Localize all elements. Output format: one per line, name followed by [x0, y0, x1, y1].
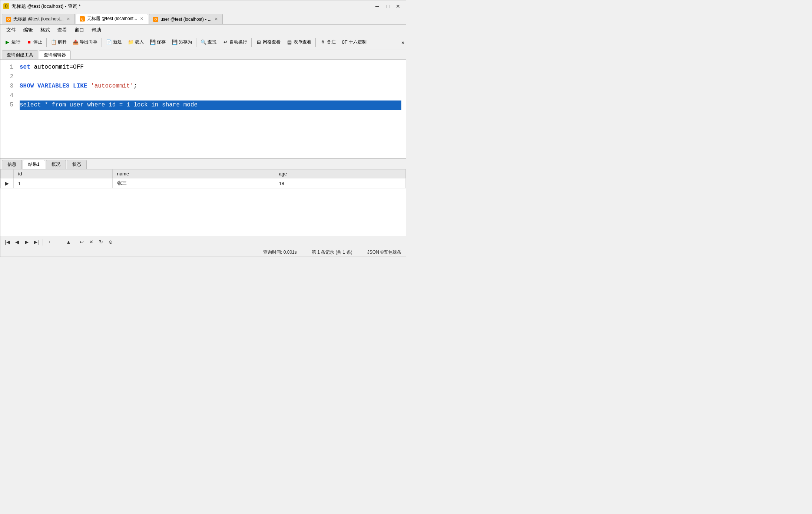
tab-2-label: 无标题 @test (localhost... — [87, 16, 137, 22]
code-line-2 — [20, 72, 401, 82]
save-button[interactable]: 💾 保存 — [147, 37, 168, 48]
autowrap-label: 自动换行 — [229, 39, 247, 45]
result-table: id name age ▶ 1 张三 18 — [0, 169, 406, 188]
tab-bar: Q 无标题 @test (localhost... ✕ Q 无标题 @test … — [0, 12, 406, 25]
main-window: 🗒 无标题 @test (localhost) - 查询 * ─ □ ✕ Q 无… — [0, 0, 406, 257]
autowrap-button[interactable]: ↵ 自动换行 — [220, 37, 250, 48]
more-button[interactable]: » — [401, 39, 404, 45]
sep-4 — [251, 38, 252, 47]
result-tab-result1[interactable]: 结果1 — [23, 160, 45, 169]
load-icon: 📁 — [128, 39, 134, 45]
gridview-button[interactable]: ⊞ 网格查看 — [253, 37, 283, 48]
delete-row-button[interactable]: − — [55, 238, 63, 246]
sep-1 — [46, 38, 47, 47]
result-tab-overview-label: 概况 — [52, 161, 60, 168]
formview-button[interactable]: ▤ 表单查看 — [284, 37, 314, 48]
result-tab-info[interactable]: 信息 — [2, 160, 22, 169]
col-id-header[interactable]: id — [14, 169, 113, 178]
load-label: 载入 — [135, 39, 144, 45]
menu-file[interactable]: 文件 — [3, 26, 19, 34]
col-age-header[interactable]: age — [274, 169, 406, 178]
watermark: JSON ©五包辣条 — [367, 249, 401, 256]
comment-button[interactable]: # 备注 — [317, 37, 338, 48]
tab-3[interactable]: Q user @test (localhost) - ... ✕ — [149, 14, 223, 24]
tab-1-close[interactable]: ✕ — [66, 16, 71, 22]
formview-icon: ▤ — [286, 39, 292, 45]
bottom-sep-2 — [75, 239, 75, 246]
new-label: 新建 — [113, 39, 122, 45]
subtab-query-editor[interactable]: 查询编辑器 — [39, 50, 71, 59]
gridview-icon: ⊞ — [256, 39, 262, 45]
editor-area[interactable]: 1 2 3 4 5 set autocommit=OFF SHOW VARIAB… — [0, 60, 406, 158]
export-icon: 📤 — [73, 39, 79, 45]
close-button[interactable]: ✕ — [393, 2, 403, 10]
new-button[interactable]: 📄 新建 — [103, 37, 125, 48]
stop-icon: ■ — [26, 39, 32, 45]
row-1-age: 18 — [274, 178, 406, 188]
comment-icon: # — [320, 39, 326, 45]
stop-button[interactable]: ■ 停止 — [24, 37, 45, 48]
nav-first-button[interactable]: |◀ — [3, 238, 11, 246]
menu-window[interactable]: 窗口 — [72, 26, 87, 34]
title-bar: 🗒 无标题 @test (localhost) - 查询 * ─ □ ✕ — [0, 0, 406, 12]
undo-button[interactable]: ↩ — [77, 238, 86, 246]
table-row[interactable]: ▶ 1 张三 18 — [1, 178, 406, 188]
result-tab-status[interactable]: 状态 — [67, 160, 87, 169]
tab-2-icon: Q — [80, 16, 85, 22]
status-bar: 查询时间: 0.001s 第 1 条记录 (共 1 条) JSON ©五包辣条 — [0, 248, 406, 257]
menu-view[interactable]: 查看 — [54, 26, 70, 34]
export-label: 导出向导 — [80, 39, 97, 45]
explain-button[interactable]: 📋 解释 — [48, 37, 69, 48]
tab-3-label: user @test (localhost) - ... — [160, 17, 212, 22]
add-row-button[interactable]: + — [45, 238, 53, 246]
subtab-query-builder[interactable]: 查询创建工具 — [2, 50, 38, 59]
record-count: 第 1 条记录 (共 1 条) — [312, 249, 352, 256]
export-button[interactable]: 📤 导出向导 — [70, 37, 100, 48]
hex-label: 十六进制 — [349, 39, 367, 45]
stop-label: 停止 — [33, 39, 42, 45]
row-1-id: 1 — [14, 178, 113, 188]
saveas-label: 另存为 — [179, 39, 192, 45]
subtab-query-editor-label: 查询编辑器 — [44, 52, 66, 58]
title-bar-text: 无标题 @test (localhost) - 查询 * — [11, 3, 372, 10]
code-editor[interactable]: set autocommit=OFF SHOW VARIABLES LIKE '… — [15, 60, 406, 158]
minimize-button[interactable]: ─ — [372, 2, 382, 10]
toolbar: ▶ 运行 ■ 停止 📋 解释 📤 导出向导 📄 新建 📁 载入 💾 保存 — [0, 35, 406, 49]
duplicate-row-button[interactable]: ▲ — [64, 238, 73, 246]
tab-2-close[interactable]: ✕ — [139, 16, 144, 22]
tab-3-icon: Q — [153, 17, 158, 22]
saveas-button[interactable]: 💾 另存为 — [169, 37, 195, 48]
menu-help[interactable]: 帮助 — [89, 26, 104, 34]
discard-button[interactable]: ✕ — [87, 238, 95, 246]
menu-edit[interactable]: 编辑 — [20, 26, 36, 34]
title-bar-controls: ─ □ ✕ — [372, 2, 403, 10]
nav-next-button[interactable]: ▶ — [23, 238, 31, 246]
maximize-button[interactable]: □ — [383, 2, 392, 10]
tab-2[interactable]: Q 无标题 @test (localhost... ✕ — [76, 14, 149, 24]
col-indicator-header — [1, 169, 14, 178]
sep-2 — [102, 38, 102, 47]
load-button[interactable]: 📁 载入 — [125, 37, 146, 48]
info-button[interactable]: ⊙ — [106, 238, 115, 246]
result-tab-overview[interactable]: 概况 — [46, 160, 66, 169]
tab-1[interactable]: Q 无标题 @test (localhost... ✕ — [2, 14, 75, 24]
code-line-5: select * from user where id = 1 lock in … — [20, 101, 401, 110]
save-icon: 💾 — [150, 39, 156, 45]
menu-format[interactable]: 格式 — [37, 26, 53, 34]
app-icon: 🗒 — [3, 3, 9, 9]
tab-3-close[interactable]: ✕ — [214, 16, 219, 22]
run-button[interactable]: ▶ 运行 — [2, 37, 23, 48]
bottom-toolbar: |◀ ◀ ▶ ▶| + − ▲ ↩ ✕ ↻ ⊙ — [0, 236, 406, 248]
sep-5 — [315, 38, 316, 47]
refresh-button[interactable]: ↻ — [97, 238, 105, 246]
query-time: 查询时间: 0.001s — [263, 249, 297, 256]
results-area: 信息 结果1 概况 状态 id name age — [0, 158, 406, 248]
nav-last-button[interactable]: ▶| — [32, 238, 40, 246]
find-button[interactable]: 🔍 查找 — [198, 37, 219, 48]
explain-label: 解释 — [58, 39, 67, 45]
col-name-header[interactable]: name — [112, 169, 274, 178]
code-line-3: SHOW VARIABLES LIKE 'autocommit'; — [20, 82, 401, 91]
autowrap-icon: ↵ — [222, 39, 228, 45]
hex-button[interactable]: 0F 十六进制 — [339, 37, 369, 48]
nav-prev-button[interactable]: ◀ — [13, 238, 21, 246]
